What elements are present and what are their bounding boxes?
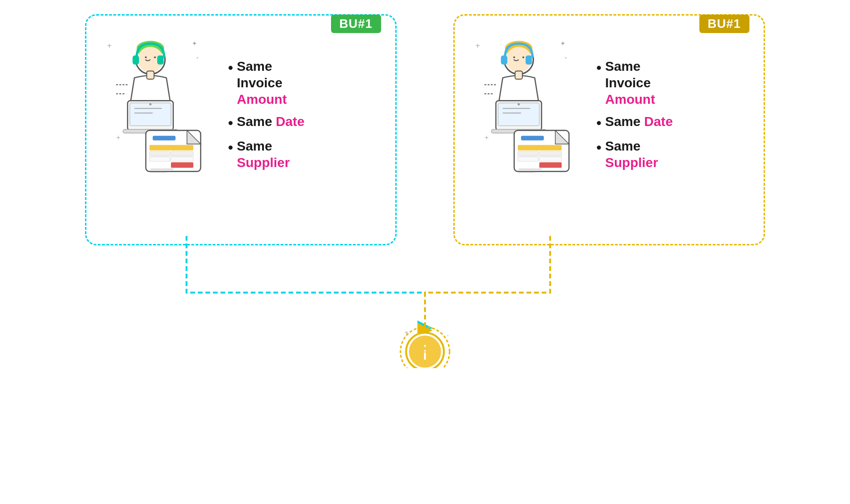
bullet-list-right: • SameInvoiceAmount • Same Date • SameSu… bbox=[596, 58, 673, 171]
bullet-dot-1: • bbox=[228, 59, 233, 77]
svg-rect-25 bbox=[171, 151, 193, 156]
bu-badge-1: BU#1 bbox=[331, 15, 381, 33]
svg-rect-58 bbox=[518, 157, 539, 161]
svg-rect-28 bbox=[171, 162, 193, 168]
svg-point-39 bbox=[513, 56, 515, 58]
svg-text:+: + bbox=[116, 133, 120, 141]
person-invoice-svg-right: + ✦ + bbox=[469, 34, 582, 176]
svg-text:+: + bbox=[107, 41, 112, 50]
illustration-left: + ✦ + bbox=[101, 34, 214, 178]
bullet-invoice-amount-left: • SameInvoiceAmount bbox=[228, 58, 305, 108]
svg-rect-59 bbox=[539, 157, 561, 161]
svg-point-8 bbox=[154, 56, 156, 58]
svg-rect-9 bbox=[133, 56, 139, 65]
svg-text:+: + bbox=[446, 333, 449, 338]
svg-rect-22 bbox=[153, 136, 175, 141]
bu-box-cyan: BU#1 + ✦ + bbox=[85, 14, 397, 245]
bu-box-yellow: BU#1 + ✦ + bbox=[453, 14, 765, 245]
svg-rect-45 bbox=[498, 103, 539, 126]
svg-rect-54 bbox=[521, 136, 544, 141]
bullet-invoice-amount-right: • SameInvoiceAmount bbox=[596, 58, 673, 108]
svg-text:+: + bbox=[484, 133, 489, 141]
svg-rect-43 bbox=[515, 71, 522, 79]
bullet-dot-2: • bbox=[228, 114, 233, 132]
svg-text:+: + bbox=[476, 41, 480, 50]
bu-badge-2: BU#1 bbox=[699, 15, 749, 33]
bullet-text-1: SameInvoiceAmount bbox=[237, 58, 287, 108]
main-container: BU#1 + ✦ + bbox=[0, 0, 850, 504]
illustration-right: + ✦ + bbox=[469, 34, 582, 178]
bullet-text-4: SameInvoiceAmount bbox=[605, 58, 655, 108]
svg-point-17 bbox=[149, 103, 152, 106]
svg-rect-10 bbox=[157, 56, 164, 65]
svg-point-49 bbox=[518, 103, 520, 106]
bullet-list-left: • SameInvoiceAmount • Same Date • SameSu… bbox=[228, 58, 305, 171]
svg-text:i: i bbox=[423, 348, 427, 362]
top-row: BU#1 + ✦ + bbox=[0, 14, 850, 245]
svg-text:+: + bbox=[564, 55, 567, 60]
supplier-highlight-left: Supplier bbox=[237, 155, 290, 170]
svg-rect-41 bbox=[501, 56, 508, 65]
svg-point-7 bbox=[145, 56, 147, 58]
svg-rect-11 bbox=[147, 71, 154, 79]
bullet-dot-4: • bbox=[596, 59, 602, 77]
svg-rect-23 bbox=[150, 145, 194, 151]
connector-section: ✦ + • i bbox=[0, 236, 850, 368]
svg-rect-26 bbox=[150, 157, 170, 161]
svg-rect-24 bbox=[150, 151, 170, 156]
supplier-highlight-right: Supplier bbox=[605, 155, 658, 170]
date-highlight-right: Date bbox=[644, 114, 673, 129]
connector-svg: ✦ + • i bbox=[0, 236, 850, 368]
svg-rect-42 bbox=[526, 56, 532, 65]
svg-rect-56 bbox=[518, 151, 539, 156]
bullet-same-supplier-left: • SameSupplier bbox=[228, 138, 305, 171]
bullet-text-2: Same Date bbox=[237, 113, 305, 130]
bullet-same-date-left: • Same Date bbox=[228, 113, 305, 132]
bullet-text-6: SameSupplier bbox=[605, 138, 658, 171]
bullet-dot-3: • bbox=[228, 139, 233, 157]
person-invoice-svg-left: + ✦ + bbox=[101, 34, 214, 176]
svg-text:✦: ✦ bbox=[560, 40, 566, 47]
bullet-dot-5: • bbox=[596, 114, 602, 132]
svg-rect-27 bbox=[171, 157, 193, 161]
amount-highlight-left: Amount bbox=[237, 92, 287, 107]
svg-rect-60 bbox=[539, 162, 561, 168]
svg-point-40 bbox=[522, 56, 524, 58]
svg-rect-57 bbox=[539, 151, 561, 156]
svg-text:+: + bbox=[196, 55, 199, 60]
bullet-same-date-right: • Same Date bbox=[596, 113, 673, 132]
bullet-same-supplier-right: • SameSupplier bbox=[596, 138, 673, 171]
date-highlight-left: Date bbox=[276, 114, 305, 129]
bullet-dot-6: • bbox=[596, 139, 602, 157]
svg-rect-13 bbox=[130, 103, 171, 126]
bullet-text-3: SameSupplier bbox=[237, 138, 290, 171]
amount-highlight-right: Amount bbox=[605, 92, 655, 107]
svg-text:✦: ✦ bbox=[192, 40, 197, 47]
bullet-text-5: Same Date bbox=[605, 113, 673, 130]
svg-rect-55 bbox=[518, 145, 562, 151]
